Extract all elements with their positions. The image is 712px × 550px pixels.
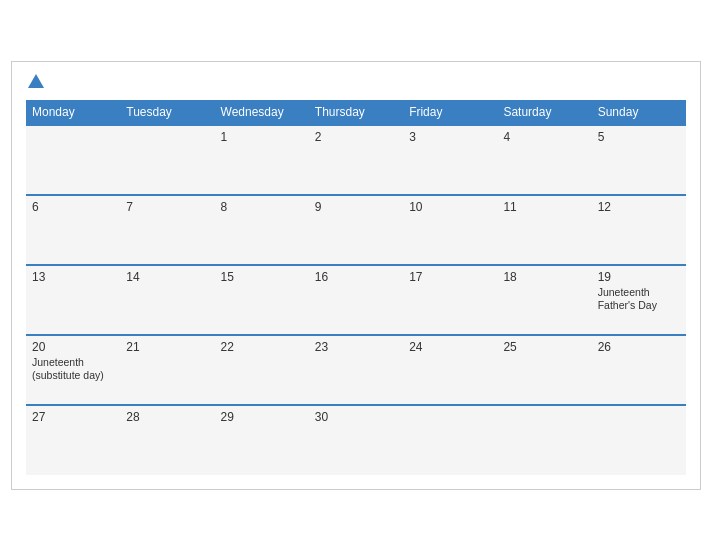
cell-date-number: 10 <box>409 200 491 214</box>
cell-date-number: 6 <box>32 200 114 214</box>
cell-date-number: 1 <box>221 130 303 144</box>
weekday-tuesday: Tuesday <box>120 100 214 125</box>
weekday-sunday: Sunday <box>592 100 686 125</box>
calendar-cell <box>403 405 497 475</box>
calendar-cell: 12 <box>592 195 686 265</box>
calendar-cell: 8 <box>215 195 309 265</box>
cell-date-number: 20 <box>32 340 114 354</box>
calendar-cell: 29 <box>215 405 309 475</box>
cell-date-number: 9 <box>315 200 397 214</box>
calendar-grid: Monday Tuesday Wednesday Thursday Friday… <box>26 100 686 475</box>
weekday-thursday: Thursday <box>309 100 403 125</box>
calendar-cell: 5 <box>592 125 686 195</box>
weekday-wednesday: Wednesday <box>215 100 309 125</box>
cell-date-number: 4 <box>503 130 585 144</box>
calendar-cell: 16 <box>309 265 403 335</box>
cell-date-number: 25 <box>503 340 585 354</box>
calendar-cell: 28 <box>120 405 214 475</box>
cell-date-number: 26 <box>598 340 680 354</box>
cell-date-number: 28 <box>126 410 208 424</box>
calendar-cell: 19JuneteenthFather's Day <box>592 265 686 335</box>
cell-date-number: 5 <box>598 130 680 144</box>
calendar-week-row: 6789101112 <box>26 195 686 265</box>
weekday-friday: Friday <box>403 100 497 125</box>
weekday-header-row: Monday Tuesday Wednesday Thursday Friday… <box>26 100 686 125</box>
calendar-body: 12345678910111213141516171819JuneteenthF… <box>26 125 686 475</box>
calendar-cell <box>592 405 686 475</box>
calendar-week-row: 27282930 <box>26 405 686 475</box>
logo <box>26 74 44 90</box>
cell-date-number: 29 <box>221 410 303 424</box>
calendar-cell: 7 <box>120 195 214 265</box>
calendar-cell: 24 <box>403 335 497 405</box>
cell-date-number: 7 <box>126 200 208 214</box>
calendar-cell: 30 <box>309 405 403 475</box>
calendar-cell: 2 <box>309 125 403 195</box>
calendar-cell: 25 <box>497 335 591 405</box>
cell-date-number: 18 <box>503 270 585 284</box>
calendar-header <box>26 74 686 90</box>
cell-date-number: 14 <box>126 270 208 284</box>
cell-event-label: Juneteenth <box>32 356 114 370</box>
logo-triangle-icon <box>28 74 44 88</box>
cell-date-number: 19 <box>598 270 680 284</box>
cell-date-number: 13 <box>32 270 114 284</box>
cell-date-number: 16 <box>315 270 397 284</box>
calendar-cell: 22 <box>215 335 309 405</box>
cell-date-number: 23 <box>315 340 397 354</box>
cell-date-number: 30 <box>315 410 397 424</box>
cell-event-label: (substitute day) <box>32 369 114 383</box>
calendar-container: Monday Tuesday Wednesday Thursday Friday… <box>11 61 701 490</box>
calendar-week-row: 13141516171819JuneteenthFather's Day <box>26 265 686 335</box>
cell-date-number: 12 <box>598 200 680 214</box>
calendar-cell: 14 <box>120 265 214 335</box>
calendar-cell: 27 <box>26 405 120 475</box>
cell-date-number: 27 <box>32 410 114 424</box>
calendar-cell: 1 <box>215 125 309 195</box>
cell-date-number: 15 <box>221 270 303 284</box>
calendar-cell: 21 <box>120 335 214 405</box>
calendar-cell: 18 <box>497 265 591 335</box>
calendar-cell: 13 <box>26 265 120 335</box>
calendar-cell: 11 <box>497 195 591 265</box>
calendar-week-row: 12345 <box>26 125 686 195</box>
cell-date-number: 3 <box>409 130 491 144</box>
calendar-cell: 6 <box>26 195 120 265</box>
calendar-cell: 23 <box>309 335 403 405</box>
calendar-cell: 4 <box>497 125 591 195</box>
weekday-monday: Monday <box>26 100 120 125</box>
cell-date-number: 24 <box>409 340 491 354</box>
cell-date-number: 8 <box>221 200 303 214</box>
calendar-cell <box>497 405 591 475</box>
weekday-saturday: Saturday <box>497 100 591 125</box>
cell-date-number: 2 <box>315 130 397 144</box>
cell-date-number: 11 <box>503 200 585 214</box>
calendar-cell: 9 <box>309 195 403 265</box>
cell-date-number: 21 <box>126 340 208 354</box>
cell-event-label: Father's Day <box>598 299 680 313</box>
cell-date-number: 22 <box>221 340 303 354</box>
calendar-cell <box>120 125 214 195</box>
calendar-cell: 15 <box>215 265 309 335</box>
cell-event-label: Juneteenth <box>598 286 680 300</box>
calendar-cell: 17 <box>403 265 497 335</box>
cell-date-number: 17 <box>409 270 491 284</box>
calendar-cell: 20Juneteenth(substitute day) <box>26 335 120 405</box>
calendar-cell: 3 <box>403 125 497 195</box>
calendar-cell: 10 <box>403 195 497 265</box>
calendar-cell: 26 <box>592 335 686 405</box>
calendar-week-row: 20Juneteenth(substitute day)212223242526 <box>26 335 686 405</box>
calendar-cell <box>26 125 120 195</box>
